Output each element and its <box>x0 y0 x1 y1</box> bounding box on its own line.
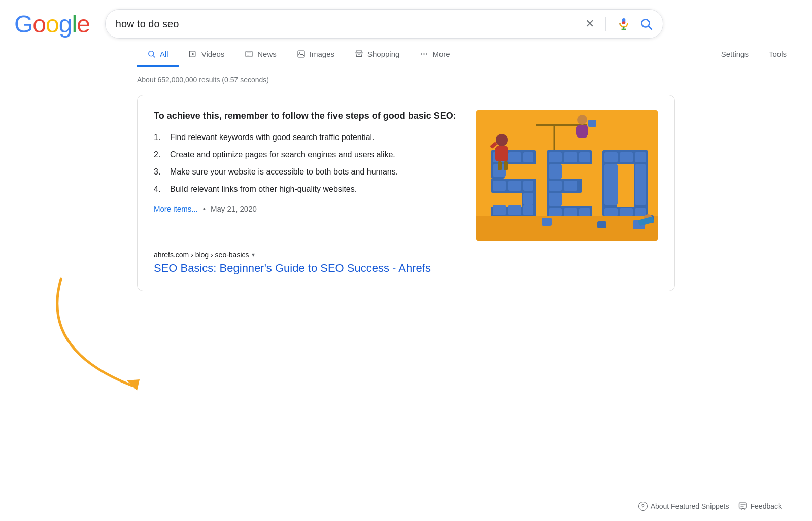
svg-rect-35 <box>523 181 533 191</box>
svg-rect-37 <box>493 205 506 215</box>
list-num-4: 4. <box>154 183 165 195</box>
svg-rect-66 <box>542 218 552 226</box>
svg-rect-58 <box>604 152 618 162</box>
tools-link[interactable]: Tools <box>759 44 797 67</box>
about-snippets-link[interactable]: ? About Featured Snippets <box>638 502 729 511</box>
snippet-list: 1. Find relevant keywords with good sear… <box>154 131 459 195</box>
search-bar: ✕ <box>105 9 663 39</box>
microphone-icon <box>617 17 630 30</box>
seo-illustration-container <box>476 110 658 241</box>
feedback-link[interactable]: Feedback <box>738 502 782 511</box>
tab-all-label: All <box>160 50 168 58</box>
list-num-3: 3. <box>154 166 165 178</box>
results-count: About 652,000,000 results (0.57 seconds) <box>137 76 812 84</box>
svg-rect-36 <box>523 193 533 205</box>
list-item: 3. Make sure your website is accessible … <box>154 166 459 178</box>
svg-point-21 <box>426 53 428 55</box>
more-items-link[interactable]: More items... <box>154 204 198 213</box>
svg-rect-17 <box>298 51 304 57</box>
list-item: 4. Build relevant links from other high-… <box>154 183 459 195</box>
tab-shopping[interactable]: Shopping <box>345 44 410 67</box>
list-text-3: Make sure your website is accessible to … <box>170 166 398 178</box>
svg-rect-51 <box>579 208 590 216</box>
dropdown-arrow-icon[interactable]: ▾ <box>252 251 255 258</box>
tab-videos[interactable]: Videos <box>179 44 235 67</box>
svg-rect-73 <box>503 148 508 160</box>
svg-point-19 <box>421 53 423 55</box>
list-text-2: Create and optimize pages for search eng… <box>170 149 395 161</box>
tab-news[interactable]: News <box>234 44 287 67</box>
google-logo: Google <box>14 10 90 38</box>
shopping-icon <box>355 50 363 58</box>
search-input[interactable] <box>116 18 585 30</box>
results-area: About 652,000,000 results (0.57 seconds)… <box>0 67 812 291</box>
tab-more[interactable]: More <box>410 44 460 67</box>
svg-rect-39 <box>523 205 533 215</box>
images-icon <box>297 50 306 58</box>
svg-rect-67 <box>597 221 606 228</box>
svg-point-20 <box>424 53 425 55</box>
settings-tools: Settings Tools <box>711 44 812 67</box>
svg-rect-31 <box>523 152 533 162</box>
svg-rect-44 <box>549 152 562 162</box>
divider <box>605 17 606 31</box>
svg-rect-81 <box>576 126 580 135</box>
svg-rect-53 <box>549 193 562 206</box>
svg-rect-30 <box>508 152 521 162</box>
svg-rect-83 <box>588 120 596 127</box>
microphone-button[interactable] <box>617 17 630 30</box>
tools-label: Tools <box>769 50 787 58</box>
search-icon <box>639 17 653 30</box>
snippet-footer: More items... • May 21, 2020 <box>154 204 459 213</box>
page-footer: ? About Featured Snippets Feedback <box>638 502 782 511</box>
svg-rect-60 <box>635 152 646 162</box>
svg-rect-72 <box>495 148 500 160</box>
source-breadcrumb: ahrefs.com › blog › seo-basics ▾ <box>154 251 658 259</box>
list-item: 1. Find relevant keywords with good sear… <box>154 131 459 144</box>
feedback-icon <box>738 502 748 511</box>
svg-line-10 <box>153 56 155 57</box>
svg-rect-87 <box>739 503 746 508</box>
logo-o2: o <box>46 10 59 38</box>
logo-e: e <box>77 10 90 38</box>
svg-rect-63 <box>635 208 646 216</box>
tab-shopping-label: Shopping <box>367 50 399 58</box>
seo-illustration-svg <box>476 110 658 241</box>
svg-rect-46 <box>579 152 590 162</box>
search-button[interactable] <box>639 17 653 30</box>
svg-point-79 <box>577 115 587 125</box>
news-icon <box>245 50 253 58</box>
tab-images[interactable]: Images <box>287 44 345 67</box>
clear-button[interactable]: ✕ <box>585 17 594 30</box>
svg-rect-74 <box>498 161 502 170</box>
search-icons: ✕ <box>585 17 653 31</box>
svg-rect-38 <box>508 205 521 215</box>
logo-g2: g <box>59 10 72 38</box>
svg-rect-65 <box>635 164 646 205</box>
tab-news-label: News <box>257 50 277 58</box>
svg-line-8 <box>649 26 652 29</box>
all-search-icon <box>147 50 156 58</box>
svg-rect-23 <box>476 216 658 241</box>
breadcrumb-text: ahrefs.com › blog › seo-basics <box>154 251 249 259</box>
list-num-1: 1. <box>154 131 165 144</box>
svg-marker-12 <box>192 53 194 55</box>
result-title-link[interactable]: SEO Basics: Beginner's Guide to SEO Succ… <box>154 261 658 276</box>
snippet-text-area: To achieve this, remember to follow the … <box>154 110 459 213</box>
svg-rect-4 <box>622 21 626 24</box>
logo-o1: o <box>32 10 46 38</box>
tab-more-label: More <box>432 50 450 58</box>
tab-all[interactable]: All <box>137 44 179 67</box>
source-row: ahrefs.com › blog › seo-basics ▾ SEO Bas… <box>154 251 658 276</box>
videos-icon <box>189 50 197 58</box>
list-item: 2. Create and optimize pages for search … <box>154 149 459 161</box>
more-dots-icon <box>420 50 428 58</box>
svg-rect-59 <box>620 152 633 162</box>
settings-link[interactable]: Settings <box>711 44 759 67</box>
svg-rect-45 <box>564 152 577 162</box>
logo-l: l <box>72 10 77 38</box>
svg-rect-34 <box>508 181 521 191</box>
featured-snippet-card: To achieve this, remember to follow the … <box>137 95 675 291</box>
close-icon: ✕ <box>585 17 594 30</box>
svg-rect-47 <box>549 181 562 191</box>
